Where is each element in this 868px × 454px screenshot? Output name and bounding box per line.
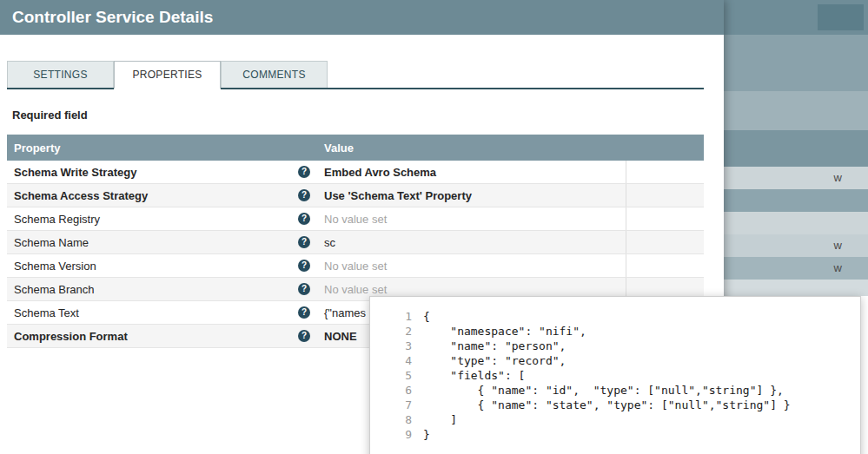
property-value[interactable]: No value set (317, 207, 626, 230)
row-spacer (626, 184, 704, 207)
row-spacer (626, 254, 704, 277)
table-header-row: Property Value (7, 135, 704, 161)
code-text: "namespace": "nifi", (412, 324, 586, 339)
code-text: } (412, 427, 430, 442)
table-row: Schema Write Strategy ? Embed Avro Schem… (7, 161, 704, 184)
line-number: 4 (370, 353, 412, 368)
table-row: Schema Version ? No value set (7, 254, 704, 278)
line-number: 3 (370, 339, 412, 353)
table-row: Schema Name ? sc (7, 231, 704, 254)
property-name: Schema Write Strategy (14, 166, 136, 179)
required-field-label: Required field (12, 109, 88, 122)
code-line: 8 ] (370, 412, 860, 427)
help-icon[interactable]: ? (298, 306, 310, 319)
help-icon[interactable]: ? (298, 330, 310, 342)
code-line: 9 } (370, 427, 860, 442)
code-line: 4 "type": "record", (370, 353, 860, 368)
property-name: Compression Format (14, 330, 128, 343)
line-number: 7 (370, 398, 412, 412)
tab-bar: SETTINGS PROPERTIES COMMENTS (7, 61, 704, 89)
tab-settings[interactable]: SETTINGS (7, 61, 114, 88)
help-icon[interactable]: ? (298, 213, 310, 225)
property-name: Schema Version (14, 260, 96, 273)
dialog-title: Controller Service Details (12, 8, 213, 26)
property-value[interactable]: sc (317, 231, 626, 253)
line-number: 8 (370, 412, 412, 427)
background-button (818, 4, 864, 30)
table-row: Schema Access Strategy ? Use 'Schema Tex… (7, 184, 704, 207)
background-partial-text: w (834, 167, 842, 189)
property-value[interactable]: Embed Avro Schema (317, 161, 626, 183)
tab-properties[interactable]: PROPERTIES (114, 61, 221, 89)
code-line: 5 "fields": [ (370, 368, 860, 383)
background-table-header-band (724, 130, 868, 167)
code-line: 2 "namespace": "nifi", (370, 324, 860, 339)
code-text: { "name": "id", "type": ["null","string"… (412, 383, 784, 398)
help-icon[interactable]: ? (298, 189, 310, 201)
background-band (724, 91, 868, 130)
help-icon[interactable]: ? (298, 283, 310, 295)
line-number: 1 (370, 309, 412, 324)
property-name: Schema Registry (14, 213, 100, 226)
line-number: 5 (370, 368, 412, 383)
line-number: 2 (370, 324, 412, 339)
background-table-row (724, 257, 868, 280)
code-text: { (412, 309, 430, 324)
schema-text-editor-popup[interactable]: 1 { 2 "namespace": "nifi", 3 "name": "pe… (369, 296, 861, 454)
background-table-row (724, 212, 868, 234)
row-spacer (626, 231, 704, 253)
value-column-header: Value (317, 141, 704, 155)
background-table-row (724, 280, 868, 296)
property-value[interactable]: No value set (317, 254, 626, 277)
code-text: "name": "person", (412, 339, 566, 353)
code-line: 7 { "name": "state", "type": ["null","st… (370, 398, 860, 412)
background-table-row (724, 189, 868, 212)
row-spacer (626, 161, 704, 183)
code-text: { "name": "state", "type": ["null","stri… (412, 398, 791, 412)
help-icon[interactable]: ? (298, 236, 310, 248)
table-row: Schema Registry ? No value set (7, 207, 704, 231)
line-number: 6 (370, 383, 412, 398)
property-name: Schema Access Strategy (14, 189, 148, 202)
background-partial-text: w (834, 234, 842, 257)
dialog-header: Controller Service Details (0, 0, 724, 35)
help-icon[interactable]: ? (298, 166, 310, 178)
property-column-header: Property (7, 141, 317, 155)
background-band (724, 35, 868, 91)
code-line: 1 { (370, 309, 860, 324)
help-icon[interactable]: ? (298, 260, 310, 272)
code-line: 6 { "name": "id", "type": ["null","strin… (370, 383, 860, 398)
row-spacer (626, 207, 704, 230)
line-number: 9 (370, 427, 412, 442)
code-text: "type": "record", (412, 353, 566, 368)
tab-comments[interactable]: COMMENTS (221, 61, 328, 88)
property-name: Schema Branch (14, 283, 95, 296)
background-table-row (724, 167, 868, 189)
property-value[interactable]: Use 'Schema Text' Property (317, 184, 626, 207)
background-table-row (724, 234, 868, 257)
code-text: "fields": [ (412, 368, 525, 383)
background-partial-text: w (834, 257, 842, 280)
code-text: ] (412, 412, 457, 427)
property-name: Schema Name (14, 236, 89, 249)
property-name: Schema Text (14, 306, 79, 319)
code-line: 3 "name": "person", (370, 339, 860, 353)
